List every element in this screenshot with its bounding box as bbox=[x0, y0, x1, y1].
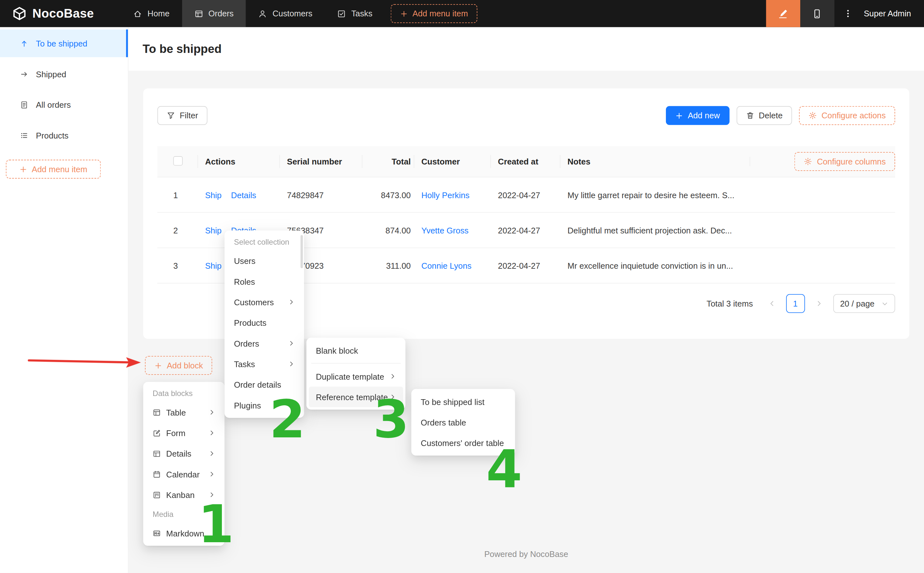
page-title: To be shipped bbox=[143, 42, 222, 55]
ship-link[interactable]: Ship bbox=[205, 261, 222, 270]
configure-actions-button[interactable]: Configure actions bbox=[799, 106, 895, 125]
customers-icon bbox=[258, 9, 267, 18]
nav-item-label: Orders bbox=[208, 9, 234, 18]
sidebar-item-to-be-shipped[interactable]: To be shipped bbox=[0, 30, 128, 57]
sidebar-item-label: Shipped bbox=[36, 69, 66, 78]
pagination-page-1[interactable]: 1 bbox=[786, 294, 805, 313]
configure-columns-label: Configure columns bbox=[817, 157, 886, 166]
cell-notes: Delightful met sufficient projection ask… bbox=[568, 225, 757, 235]
chevron-left-icon bbox=[768, 300, 775, 307]
nocobase-logo[interactable]: NocoBase bbox=[0, 6, 94, 21]
filter-icon bbox=[167, 111, 175, 120]
configure-actions-label: Configure actions bbox=[821, 111, 885, 120]
pagination-prev-button[interactable] bbox=[762, 294, 781, 313]
more-menu-button[interactable] bbox=[834, 0, 861, 27]
calendar-icon bbox=[153, 470, 161, 478]
customer-link[interactable]: Yvette Gross bbox=[421, 225, 468, 235]
chevron-right-icon bbox=[209, 450, 215, 457]
scrollbar-thumb[interactable] bbox=[300, 235, 303, 268]
column-header-configure: Configure columns bbox=[757, 152, 895, 171]
chevron-right-icon bbox=[389, 373, 396, 379]
arrow-up-icon bbox=[20, 39, 28, 47]
customer-link[interactable]: Connie Lyons bbox=[421, 261, 471, 270]
page-header: To be shipped bbox=[128, 27, 924, 71]
menu-item-form[interactable]: Form bbox=[145, 423, 222, 443]
add-new-button[interactable]: Add new bbox=[666, 106, 729, 125]
menu-item-details[interactable]: Details bbox=[145, 443, 222, 463]
sidebar-item-products[interactable]: Products bbox=[0, 122, 128, 149]
annotation-arrow bbox=[27, 352, 145, 372]
chevron-right-icon bbox=[288, 340, 295, 347]
chevron-right-icon bbox=[815, 300, 822, 307]
menu-item-to-be-shipped-list[interactable]: To be shipped list bbox=[414, 391, 513, 412]
add-block-button[interactable]: Add block bbox=[145, 356, 212, 375]
menu-item-orders[interactable]: Orders bbox=[227, 333, 302, 353]
details-link[interactable]: Details bbox=[231, 190, 256, 199]
pagination-next-button[interactable] bbox=[810, 294, 829, 313]
menu-item-products[interactable]: Products bbox=[227, 312, 302, 333]
cell-serial-number: 74829847 bbox=[287, 190, 369, 199]
sidebar-item-shipped[interactable]: Shipped bbox=[0, 60, 128, 88]
column-header-actions: Actions bbox=[205, 157, 287, 166]
column-header-serial-number: Serial number bbox=[287, 157, 369, 166]
nav-item-orders[interactable]: Orders bbox=[182, 0, 246, 27]
ship-link[interactable]: Ship bbox=[205, 190, 222, 199]
nav-item-home[interactable]: Home bbox=[121, 0, 182, 27]
menu-item-calendar[interactable]: Calendar bbox=[145, 464, 222, 484]
highlighter-pen-icon bbox=[778, 9, 788, 19]
filter-button[interactable]: Filter bbox=[158, 106, 208, 125]
delete-label: Delete bbox=[759, 111, 783, 120]
page-size-select[interactable]: 20 / page bbox=[833, 294, 895, 313]
menu-item-table[interactable]: Table bbox=[145, 402, 222, 423]
toolbar-actions: Add new Delete Configure actions bbox=[666, 106, 895, 125]
form-icon bbox=[153, 429, 161, 437]
add-menu-item-button-sidebar[interactable]: Add menu item bbox=[6, 160, 101, 178]
nav-item-label: Customers bbox=[272, 9, 312, 18]
footer-text: Powered by NocoBase bbox=[128, 549, 924, 559]
sidebar-item-label: To be shipped bbox=[36, 39, 87, 48]
column-header-total: Total bbox=[369, 157, 421, 166]
nav-item-customers[interactable]: Customers bbox=[246, 0, 325, 27]
menu-item-duplicate-template[interactable]: Duplicate template bbox=[309, 366, 403, 387]
select-all-checkbox[interactable] bbox=[173, 156, 183, 165]
nocobase-app: NocoBase Home Orders Customers Tasks Add… bbox=[0, 0, 924, 573]
filter-label: Filter bbox=[180, 111, 198, 120]
plus-icon bbox=[675, 111, 683, 119]
list-icon bbox=[20, 131, 28, 139]
add-menu-item-button-nav[interactable]: Add menu item bbox=[391, 4, 478, 23]
menu-item-users[interactable]: Users bbox=[227, 250, 302, 271]
home-icon bbox=[133, 9, 142, 18]
ship-link[interactable]: Ship bbox=[205, 225, 222, 235]
menu-item-orders-table[interactable]: Orders table bbox=[414, 412, 513, 432]
table-icon bbox=[153, 408, 161, 416]
cell-total: 311.00 bbox=[369, 261, 421, 270]
menu-item-blank-block[interactable]: Blank block bbox=[309, 340, 403, 361]
add-menu-item-label: Add menu item bbox=[413, 9, 468, 18]
menu-divider bbox=[311, 363, 400, 363]
trash-icon bbox=[746, 111, 754, 120]
orders-icon bbox=[194, 9, 203, 18]
mobile-preview-button[interactable] bbox=[800, 0, 835, 27]
nav-item-tasks[interactable]: Tasks bbox=[325, 0, 385, 27]
ui-editor-button[interactable] bbox=[766, 0, 800, 27]
vertical-ellipsis-icon bbox=[843, 9, 852, 18]
menu-item-tasks[interactable]: Tasks bbox=[227, 354, 302, 374]
chevron-right-icon bbox=[288, 299, 295, 305]
menu-item-roles[interactable]: Roles bbox=[227, 271, 302, 291]
sidebar-item-label: All orders bbox=[36, 100, 71, 110]
row-index: 2 bbox=[173, 225, 178, 235]
sidebar-item-all-orders[interactable]: All orders bbox=[0, 91, 128, 118]
markdown-icon bbox=[153, 529, 161, 537]
user-menu[interactable]: Super Admin bbox=[861, 9, 924, 18]
cell-notes: My little garret repair to desire he est… bbox=[568, 190, 757, 199]
annotation-step-1: 1 bbox=[198, 499, 235, 551]
customer-link[interactable]: Holly Perkins bbox=[421, 190, 469, 199]
chevron-right-icon bbox=[209, 471, 215, 478]
nocobase-logo-icon bbox=[12, 6, 27, 21]
menu-item-customers[interactable]: Customers bbox=[227, 292, 302, 312]
cell-total: 874.00 bbox=[369, 225, 421, 235]
table-header-row: Actions Serial number Total Customer Cre… bbox=[158, 146, 895, 177]
row-index: 1 bbox=[173, 190, 178, 199]
configure-columns-button[interactable]: Configure columns bbox=[794, 152, 895, 171]
delete-button[interactable]: Delete bbox=[736, 106, 792, 125]
